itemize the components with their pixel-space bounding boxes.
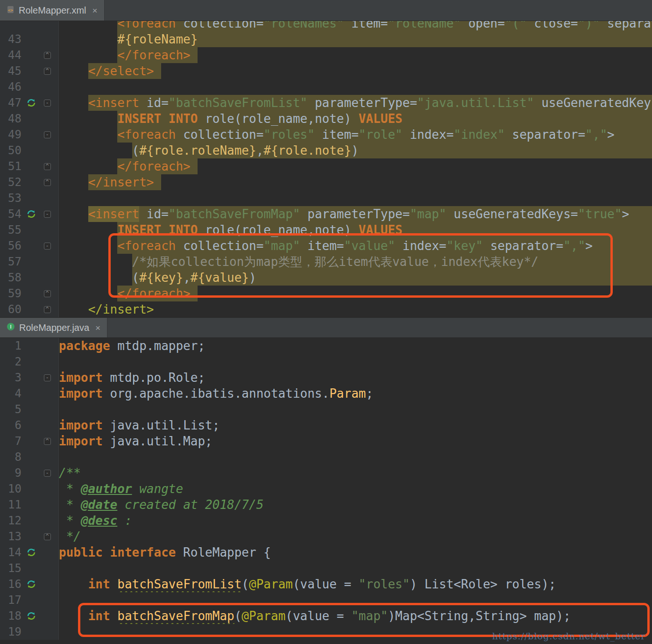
gutter: 4 bbox=[0, 386, 59, 401]
code-line: 8 bbox=[0, 449, 652, 465]
line-number: 18 bbox=[0, 609, 21, 623]
code-token bbox=[139, 206, 147, 222]
fold-end-marker[interactable]: ^ bbox=[44, 179, 51, 186]
code-line: 1package mtdp.mapper; bbox=[0, 338, 652, 354]
mybatis-nav-icon[interactable] bbox=[21, 209, 41, 219]
code-text: public interface RoleMapper { bbox=[59, 544, 652, 560]
fold-start-marker[interactable]: - bbox=[44, 211, 51, 218]
close-tab-icon[interactable]: × bbox=[95, 323, 100, 332]
xml-file-icon: <> bbox=[7, 5, 14, 16]
code-token bbox=[461, 21, 468, 31]
code-token: <insert bbox=[88, 206, 140, 222]
gutter: 45^ bbox=[0, 63, 59, 79]
fold-end-marker[interactable]: ^ bbox=[44, 306, 51, 313]
code-token bbox=[59, 31, 117, 47]
fold-end-marker[interactable]: ^ bbox=[44, 68, 51, 75]
java-editor[interactable]: 1package mtdp.mapper;23-import mtdp.po.R… bbox=[0, 338, 652, 644]
code-line: 53 bbox=[0, 190, 652, 206]
line-number: 10 bbox=[0, 482, 21, 495]
fold-end-marker[interactable]: ^ bbox=[44, 438, 51, 445]
line-number: 56 bbox=[0, 239, 21, 252]
code-text: <insert id="batchSaveFromMap" parameterT… bbox=[59, 206, 652, 222]
gutter bbox=[0, 21, 59, 31]
xml-editor[interactable]: <foreach collection="roleNames" item="ro… bbox=[0, 21, 652, 317]
code-token bbox=[59, 95, 88, 111]
gutter: 44^ bbox=[0, 47, 59, 63]
mybatis-nav-icon[interactable] bbox=[21, 579, 41, 589]
fold-end-marker[interactable]: ^ bbox=[44, 52, 51, 59]
code-token bbox=[110, 608, 118, 624]
fold-end-marker[interactable]: ^ bbox=[44, 533, 51, 540]
code-line: 51^ </foreach> bbox=[0, 158, 652, 174]
code-token: import bbox=[59, 433, 103, 449]
code-token bbox=[59, 206, 88, 222]
line-number: 48 bbox=[0, 112, 21, 125]
code-token: batchSaveFromList bbox=[117, 576, 241, 592]
close-tab-icon[interactable]: × bbox=[92, 6, 98, 15]
interface-icon: I bbox=[7, 322, 15, 333]
code-line: 54- <insert id="batchSaveFromMap" parame… bbox=[0, 206, 652, 222]
fold-start-marker[interactable]: - bbox=[44, 243, 51, 250]
code-token: */ bbox=[59, 529, 81, 544]
code-token: import bbox=[59, 370, 103, 386]
fold-start-marker[interactable]: - bbox=[44, 374, 51, 381]
code-line: 5 bbox=[0, 401, 652, 417]
line-number: 55 bbox=[0, 223, 21, 236]
code-token: role(role_name,note) bbox=[198, 222, 358, 238]
code-token: batchSaveFromMap bbox=[117, 608, 234, 624]
code-text bbox=[59, 401, 652, 417]
code-token: Param bbox=[329, 386, 366, 401]
code-text: int batchSaveFromList(@Param(value = "ro… bbox=[59, 576, 652, 592]
mybatis-nav-icon[interactable] bbox=[21, 98, 41, 108]
code-token: separator= bbox=[512, 127, 586, 143]
code-text: (#{role.roleName},#{role.note}) bbox=[59, 143, 652, 158]
code-token: #{value} bbox=[191, 270, 249, 286]
code-token bbox=[59, 301, 88, 317]
code-token: java.util.List; bbox=[103, 417, 220, 433]
line-number: 13 bbox=[0, 530, 21, 543]
selection-fill bbox=[403, 222, 652, 238]
code-line: 48 INSERT INTO role(role_name,note) VALU… bbox=[0, 111, 652, 127]
code-token bbox=[59, 111, 117, 127]
watermark: https://blog.csdn.net/wt_better bbox=[492, 631, 645, 641]
tab-rolemapper-java[interactable]: I RoleMapper.java × bbox=[0, 318, 107, 337]
fold-start-marker[interactable]: - bbox=[44, 470, 51, 477]
code-token: /*如果collection为map类型，那么item代表value，index… bbox=[132, 254, 539, 270]
code-text: /*如果collection为map类型，那么item代表value，index… bbox=[59, 254, 652, 270]
gutter: 46 bbox=[0, 79, 59, 95]
fold-end-marker[interactable]: ^ bbox=[44, 163, 51, 170]
code-token bbox=[191, 47, 198, 63]
code-line: 44^ </foreach> bbox=[0, 47, 652, 63]
fold-start-marker[interactable]: - bbox=[44, 100, 51, 107]
gutter: 58 bbox=[0, 270, 59, 286]
gutter: 55 bbox=[0, 222, 59, 238]
code-token: , bbox=[183, 270, 191, 286]
line-number: 51 bbox=[0, 160, 21, 173]
line-number: 50 bbox=[0, 144, 21, 157]
tab-rolemapper-xml[interactable]: <> RoleMapper.xml × bbox=[0, 0, 105, 21]
fold-end-marker[interactable]: ^ bbox=[44, 290, 51, 297]
code-token bbox=[154, 63, 162, 79]
line-number: 43 bbox=[0, 33, 21, 46]
line-number: 45 bbox=[0, 64, 21, 78]
code-text: <foreach collection="map" item="value" i… bbox=[59, 238, 652, 254]
code-token: VALUES bbox=[359, 222, 403, 238]
code-token: </insert> bbox=[88, 174, 154, 190]
code-text: <insert id="batchSaveFromList" parameter… bbox=[59, 95, 652, 111]
code-token: ")" bbox=[578, 21, 600, 31]
code-token: #{roleName} bbox=[117, 31, 198, 47]
mybatis-nav-icon[interactable] bbox=[21, 547, 41, 558]
mybatis-nav-icon[interactable] bbox=[21, 611, 41, 621]
code-token: separator= bbox=[607, 21, 652, 31]
code-token: "map" bbox=[410, 206, 446, 222]
svg-text:<>: <> bbox=[8, 7, 13, 12]
code-token: ) List<Role> roles); bbox=[410, 576, 556, 592]
code-token bbox=[59, 21, 117, 31]
code-line: 56- <foreach collection="map" item="valu… bbox=[0, 238, 652, 254]
gutter: 2 bbox=[0, 354, 59, 370]
code-token bbox=[110, 576, 118, 592]
code-text: import org.apache.ibatis.annotations.Par… bbox=[59, 386, 652, 401]
code-token: "," bbox=[585, 127, 607, 143]
fold-start-marker[interactable]: - bbox=[44, 131, 51, 138]
code-token: mtdp.po.Role; bbox=[103, 370, 205, 386]
